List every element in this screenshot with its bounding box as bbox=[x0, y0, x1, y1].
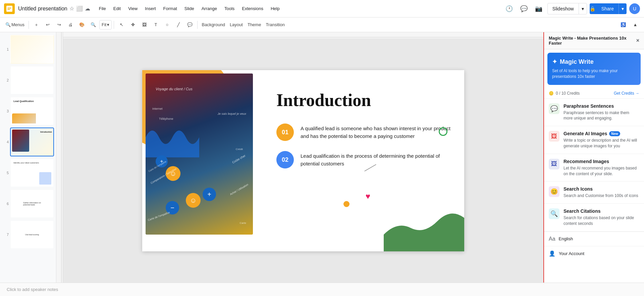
generate-images-desc: Write a topic or description and the AI … bbox=[564, 138, 639, 149]
panel-header: Magic Write - Make Presentations 10x Fas… bbox=[544, 32, 644, 49]
text-btn[interactable]: T bbox=[150, 19, 161, 30]
get-credits-btn[interactable]: Get Credits → bbox=[614, 91, 639, 96]
app-logo[interactable] bbox=[4, 3, 15, 14]
menu-insert[interactable]: Insert bbox=[142, 4, 159, 13]
zoom-select[interactable]: Fit ▾ bbox=[99, 20, 112, 30]
orange-dot-decoration bbox=[343, 200, 350, 208]
select-tool-btn[interactable]: ↖ bbox=[116, 19, 127, 30]
image-insert-btn[interactable]: 🖼 bbox=[139, 19, 150, 30]
slide-num-6: 6 bbox=[2, 202, 9, 206]
slide-thumb-7[interactable]: Use lead scoring bbox=[10, 220, 54, 249]
slide-item-2-text[interactable]: Lead qualification is the process of det… bbox=[301, 151, 454, 167]
slide-title[interactable]: Introduction bbox=[276, 90, 454, 110]
undo-btn[interactable]: ↩ bbox=[42, 19, 53, 30]
paraphrase-content: Paraphrase Sentences Paraphrase sentence… bbox=[564, 103, 639, 121]
feature-recommend-images[interactable]: 🖼 Recommend Images Let the AI recommend … bbox=[544, 154, 644, 182]
video-icon[interactable]: 📷 bbox=[533, 3, 545, 15]
star-icon[interactable]: ☆ bbox=[69, 5, 74, 12]
feature-search-citations[interactable]: 🔍 Search Citations Search for citations … bbox=[544, 204, 644, 232]
share-label[interactable]: Share bbox=[597, 3, 619, 14]
theme-btn[interactable]: Theme bbox=[246, 19, 263, 30]
line-btn[interactable]: ╱ bbox=[173, 19, 184, 30]
menu-extensions[interactable]: Extensions bbox=[238, 4, 267, 13]
print-btn[interactable]: 🖨 bbox=[65, 19, 76, 30]
menu-tools[interactable]: Tools bbox=[221, 4, 238, 13]
slide-thumb-1[interactable] bbox=[10, 35, 54, 64]
coin-icon: 🪙 bbox=[549, 91, 554, 96]
search-citations-icon: 🔍 bbox=[549, 208, 559, 219]
add-slide-btn[interactable]: ＋ bbox=[31, 19, 42, 30]
doc-title[interactable]: Untitled presentation bbox=[18, 6, 67, 12]
accessibility-btn[interactable]: ♿ bbox=[618, 19, 629, 30]
slide-badge-2: 02 bbox=[276, 151, 294, 168]
folder-icon[interactable]: ⬜ bbox=[76, 5, 83, 12]
zoom-btn[interactable]: 🔍 bbox=[88, 19, 99, 30]
menu-edit[interactable]: Edit bbox=[110, 4, 124, 13]
slideshow-label[interactable]: Slideshow bbox=[548, 3, 579, 14]
menu-format[interactable]: Format bbox=[160, 4, 180, 13]
language-selector[interactable]: Aa English bbox=[544, 232, 644, 246]
user-avatar[interactable]: U bbox=[629, 3, 640, 14]
toolbar-divider-3 bbox=[197, 21, 198, 29]
speaker-notes-placeholder[interactable]: Click to add speaker notes bbox=[7, 287, 58, 292]
redo-btn[interactable]: ↪ bbox=[54, 19, 64, 30]
account-label: Your Account bbox=[559, 251, 584, 256]
slide-item-1-text[interactable]: A qualified lead is someone who has show… bbox=[301, 124, 454, 140]
doc-title-area: Untitled presentation ☆ ⬜ ☁ bbox=[18, 5, 90, 12]
slideshow-button[interactable]: Slideshow ▾ bbox=[547, 3, 587, 14]
slide-thumb-6[interactable]: Gather information onpotential leads bbox=[10, 189, 54, 218]
slide-photo[interactable]: Voyage du client / Cus Internet Téléphon… bbox=[146, 73, 253, 235]
paint-format-btn[interactable]: 🎨 bbox=[76, 19, 87, 30]
share-dropdown-arrow[interactable]: ▾ bbox=[619, 3, 627, 14]
slide-thumb-4[interactable]: Introduction bbox=[10, 128, 54, 156]
account-item[interactable]: 👤 Your Account bbox=[544, 246, 644, 261]
svg-rect-2 bbox=[7, 9, 10, 10]
account-icon: 👤 bbox=[549, 250, 555, 257]
slide-num-2: 2 bbox=[2, 78, 9, 82]
comment-icon[interactable]: 💬 bbox=[518, 3, 530, 15]
magic-write-banner[interactable]: ✦ Magic Write Set of AI tools to help yo… bbox=[547, 53, 641, 85]
history-icon[interactable]: 🕐 bbox=[503, 3, 515, 15]
slide-num-1: 1 bbox=[2, 47, 9, 51]
generate-images-icon: 🖼 bbox=[549, 131, 559, 142]
magic-write-title-text: Magic Write bbox=[560, 58, 594, 65]
comment-toolbar-btn[interactable]: 💬 bbox=[184, 19, 195, 30]
slide-thumb-3[interactable]: Lead Qualification bbox=[10, 97, 54, 126]
feature-search-icons[interactable]: 😊 Search Icons Search and Customise from… bbox=[544, 182, 644, 204]
feature-paraphrase[interactable]: 💬 Paraphrase Sentences Paraphrase senten… bbox=[544, 99, 644, 127]
slideshow-dropdown-arrow[interactable]: ▾ bbox=[579, 3, 587, 14]
recommend-images-title: Recommend Images bbox=[564, 159, 639, 164]
menu-file[interactable]: File bbox=[96, 4, 109, 13]
slide-num-7: 7 bbox=[2, 233, 9, 237]
share-button[interactable]: 🔒 Share ▾ bbox=[590, 3, 627, 14]
menu-slide[interactable]: Slide bbox=[181, 4, 198, 13]
menu-view[interactable]: View bbox=[125, 4, 141, 13]
layout-btn[interactable]: Layout bbox=[228, 19, 245, 30]
cloud-icon[interactable]: ☁ bbox=[85, 5, 90, 12]
collapse-btn[interactable]: ▲ bbox=[630, 19, 641, 30]
speaker-notes[interactable]: Click to add speaker notes bbox=[0, 283, 644, 296]
transition-btn[interactable]: Transition bbox=[264, 19, 287, 30]
canvas-area[interactable]: Voyage du client / Cus Internet Téléphon… bbox=[56, 32, 543, 283]
menus-label: Menus bbox=[11, 22, 24, 27]
move-tool-btn[interactable]: ✥ bbox=[127, 19, 138, 30]
recommend-images-icon: 🖼 bbox=[549, 159, 559, 169]
shape-btn[interactable]: ○ bbox=[162, 19, 172, 30]
generate-images-content: Generate AI Images New Write a topic or … bbox=[564, 131, 639, 149]
slide-content-right: Introduction 01 A qualified lead is some… bbox=[276, 90, 454, 179]
slide-canvas[interactable]: Voyage du client / Cus Internet Téléphon… bbox=[142, 70, 464, 251]
search-menus-btn[interactable]: 🔍 Menus bbox=[3, 19, 26, 30]
magic-write-panel: Magic Write - Make Presentations 10x Fas… bbox=[543, 32, 644, 283]
feature-generate-images[interactable]: 🖼 Generate AI Images New Write a topic o… bbox=[544, 126, 644, 154]
slide-thumb-inner-6: Gather information onpotential leads bbox=[11, 190, 53, 217]
top-bar-right: 🕐 💬 📷 Slideshow ▾ 🔒 Share ▾ U bbox=[503, 3, 640, 15]
menu-arrange[interactable]: Arrange bbox=[198, 4, 220, 13]
slide-thumb-5[interactable]: Identify your ideal customers bbox=[10, 158, 54, 187]
menu-help[interactable]: Help bbox=[267, 4, 283, 13]
slide-thumb-2[interactable] bbox=[10, 66, 54, 95]
panel-close-btn[interactable]: × bbox=[636, 38, 639, 44]
toolbar-divider-2 bbox=[114, 21, 114, 29]
search-citations-title: Search Citations bbox=[564, 208, 639, 214]
background-btn[interactable]: Background bbox=[200, 19, 227, 30]
svg-rect-1 bbox=[7, 8, 11, 8]
